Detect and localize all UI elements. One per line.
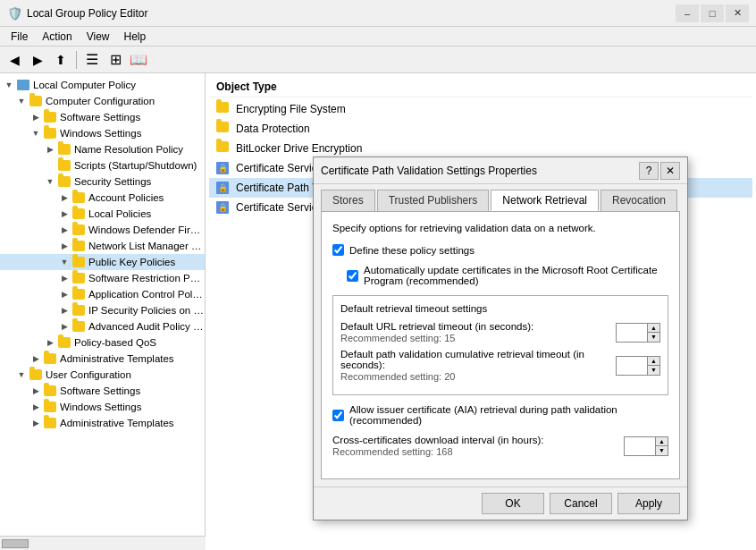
tree-item-software-restriction[interactable]: ▶ Software Restriction Policies <box>0 270 205 286</box>
tree-item-qos[interactable]: ▶ Policy-based QoS <box>0 334 205 351</box>
expand-ipsec[interactable]: ▶ <box>57 303 71 317</box>
tree-item-software-settings[interactable]: ▶ Software Settings <box>0 109 205 125</box>
tree-item-public-key[interactable]: ▼ Public Key Policies <box>0 254 205 270</box>
auto-update-label[interactable]: Automatically update certificates in the… <box>364 265 668 286</box>
tab-trusted-publishers[interactable]: Trusted Publishers <box>377 190 490 211</box>
url-timeout-spinbox[interactable]: 15 ▲ ▼ <box>616 323 660 343</box>
close-button[interactable]: ✕ <box>726 4 749 22</box>
tree-item-user-software[interactable]: ▶ Software Settings <box>0 383 205 399</box>
tree-item-netlist[interactable]: ▶ Network List Manager Policies <box>0 238 205 254</box>
horizontal-scrollbar[interactable] <box>0 536 206 550</box>
tree-item-ipsec[interactable]: ▶ IP Security Policies on Local Comput..… <box>0 302 205 318</box>
expand-software[interactable]: ▶ <box>29 110 43 124</box>
url-timeout-down[interactable]: ▼ <box>648 333 659 342</box>
aia-checkbox[interactable] <box>332 410 344 421</box>
expand-at-comp[interactable]: ▶ <box>29 351 43 366</box>
expand-netlist[interactable]: ▶ <box>57 239 71 253</box>
tree-label-account-policies: Account Policies <box>88 192 164 203</box>
define-policy-checkbox[interactable] <box>332 244 344 256</box>
auto-update-checkbox[interactable] <box>347 270 358 282</box>
dialog-close-button[interactable]: ✕ <box>660 162 680 180</box>
tree-item-security-settings[interactable]: ▼ Security Settings <box>0 173 205 190</box>
dialog-title-bar: Certificate Path Validation Settings Pro… <box>314 157 687 184</box>
expand-audit[interactable]: ▶ <box>57 319 71 334</box>
expand-at-user[interactable]: ▶ <box>29 416 43 430</box>
path-timeout-up[interactable]: ▲ <box>648 357 659 367</box>
expand-defender[interactable]: ▶ <box>57 223 71 237</box>
right-panel-header: Object Type <box>209 77 752 97</box>
folder-icon-atc <box>43 351 57 366</box>
expand-qos[interactable]: ▶ <box>43 335 57 350</box>
dialog-help-button[interactable]: ? <box>639 162 659 180</box>
help-button[interactable]: 📖 <box>128 49 149 71</box>
expand-user-win[interactable]: ▶ <box>29 400 43 414</box>
expand-security[interactable]: ▼ <box>43 174 57 189</box>
folder-icon-wd <box>71 223 86 237</box>
tree-item-local-policies[interactable]: ▶ Local Policies <box>0 206 205 222</box>
define-policy-label[interactable]: Define these policy settings <box>349 245 475 256</box>
folder-icon-ac <box>71 287 86 301</box>
expand-windows[interactable]: ▼ <box>29 126 43 140</box>
ok-button[interactable]: OK <box>482 493 544 514</box>
cross-cert-spinbox[interactable]: 168 ▲ ▼ <box>624 436 668 456</box>
cross-cert-up[interactable]: ▲ <box>656 437 668 447</box>
tree-item-root[interactable]: ▼ Local Computer Policy <box>0 77 205 93</box>
apply-button[interactable]: Apply <box>617 493 680 514</box>
show-hide-button[interactable]: ☰ <box>81 49 103 71</box>
expand-root[interactable]: ▼ <box>2 78 16 92</box>
aia-label[interactable]: Allow issuer certificate (AIA) retrieval… <box>349 404 668 426</box>
expand-pubkey[interactable]: ▼ <box>57 255 71 269</box>
back-button[interactable]: ◀ <box>4 49 25 71</box>
cross-cert-input[interactable]: 168 <box>625 437 655 455</box>
tree-item-computer-config[interactable]: ▼ Computer Configuration <box>0 93 205 109</box>
maximize-button[interactable]: □ <box>701 4 724 22</box>
cross-cert-down[interactable]: ▼ <box>656 446 668 455</box>
tree-item-user-config[interactable]: ▼ User Configuration <box>0 367 205 383</box>
menu-file[interactable]: File <box>4 29 35 45</box>
tree-item-admin-templates-user[interactable]: ▶ Administrative Templates <box>0 415 205 431</box>
dialog-certificate-path[interactable]: Certificate Path Validation Settings Pro… <box>313 157 688 520</box>
expand-name-res[interactable]: ▶ <box>43 142 57 157</box>
expand-computer-config[interactable]: ▼ <box>14 94 29 108</box>
tree-item-account-policies[interactable]: ▶ Account Policies <box>0 190 205 206</box>
cross-cert-recommended: Recommended setting: 168 <box>332 446 624 457</box>
tree-item-defender[interactable]: ▶ Windows Defender Firewall with Adv... <box>0 222 205 238</box>
expand-account[interactable]: ▶ <box>57 190 71 205</box>
tree-item-user-windows[interactable]: ▶ Windows Settings <box>0 399 205 415</box>
tree-item-admin-templates-comp[interactable]: ▶ Administrative Templates <box>0 351 205 367</box>
menu-view[interactable]: View <box>80 29 117 45</box>
expand-softr[interactable]: ▶ <box>57 271 71 285</box>
tree-item-app-control[interactable]: ▶ Application Control Policies <box>0 286 205 302</box>
path-timeout-down[interactable]: ▼ <box>648 366 659 375</box>
tab-stores[interactable]: Stores <box>321 190 375 211</box>
right-item-dp[interactable]: Data Protection <box>209 119 752 139</box>
right-item-bl[interactable]: BitLocker Drive Encryption <box>209 139 752 158</box>
path-timeout-input[interactable]: 20 <box>617 357 647 375</box>
tree-label-local-policies: Local Policies <box>88 208 151 219</box>
view-button[interactable]: ⊞ <box>105 49 126 71</box>
expand-user-sw[interactable]: ▶ <box>29 384 43 398</box>
url-timeout-input[interactable]: 15 <box>617 324 647 342</box>
tree-item-name-resolution[interactable]: ▶ Name Resolution Policy <box>0 141 205 157</box>
menu-help[interactable]: Help <box>117 29 154 45</box>
url-timeout-label: Default URL retrieval timeout (in second… <box>340 321 616 332</box>
tree-label-name-resolution: Name Resolution Policy <box>74 144 183 155</box>
url-timeout-up[interactable]: ▲ <box>648 324 659 334</box>
expand-local[interactable]: ▶ <box>57 207 71 221</box>
expand-appc[interactable]: ▶ <box>57 287 71 301</box>
tab-revocation[interactable]: Revocation <box>601 190 677 211</box>
tree-item-scripts[interactable]: Scripts (Startup/Shutdown) <box>0 157 205 173</box>
path-timeout-spinbox[interactable]: 20 ▲ ▼ <box>616 356 660 376</box>
menu-action[interactable]: Action <box>35 29 79 45</box>
forward-button[interactable]: ▶ <box>27 49 48 71</box>
cancel-button[interactable]: Cancel <box>550 493 612 514</box>
scroll-thumb[interactable] <box>2 539 29 548</box>
expand-user-config[interactable]: ▼ <box>14 368 29 382</box>
minimize-button[interactable]: – <box>676 4 699 22</box>
up-button[interactable]: ⬆ <box>50 49 71 71</box>
right-item-efs[interactable]: Encrypting File System <box>209 99 752 119</box>
tab-network-retrieval[interactable]: Network Retrieval <box>491 190 599 211</box>
tree-item-windows-settings[interactable]: ▼ Windows Settings <box>0 125 205 141</box>
tree-label-scripts: Scripts (Startup/Shutdown) <box>74 160 197 171</box>
tree-item-audit[interactable]: ▶ Advanced Audit Policy Configuration... <box>0 318 205 334</box>
